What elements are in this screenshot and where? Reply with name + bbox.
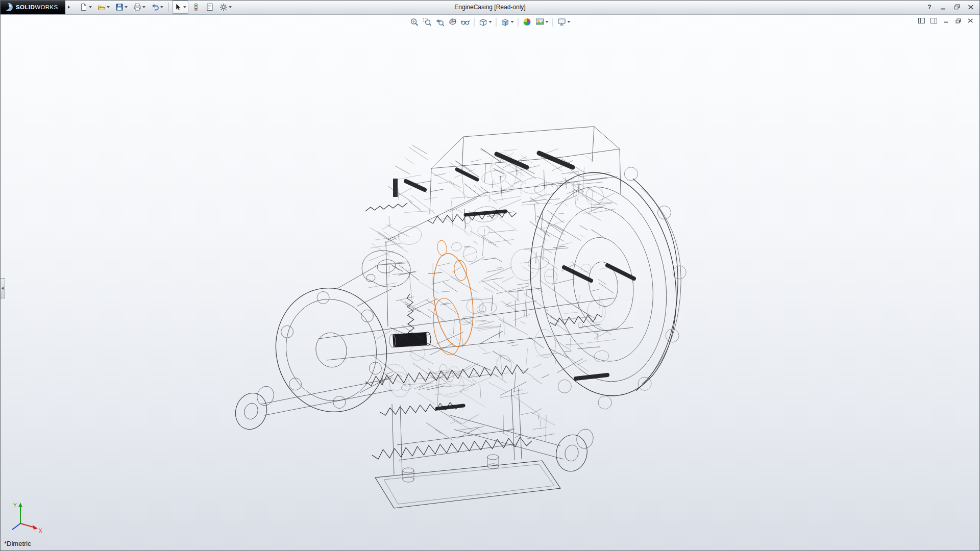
panel-flyout-tab[interactable] xyxy=(0,278,5,298)
graphics-area[interactable] xyxy=(1,14,979,550)
triad-x-label: X xyxy=(39,528,42,534)
restore-document-button[interactable] xyxy=(953,17,963,24)
restore-icon xyxy=(955,18,961,23)
chevron-down-icon xyxy=(89,6,92,8)
pane-right-icon xyxy=(930,18,937,23)
hide-show-items-button[interactable] xyxy=(460,16,471,28)
hide-show-items-glasses-icon xyxy=(461,17,470,27)
file-properties-button[interactable] xyxy=(204,1,216,14)
rebuild-button[interactable] xyxy=(190,1,202,14)
options-gear-icon xyxy=(219,3,228,11)
open-button[interactable] xyxy=(95,1,112,14)
display-style-button[interactable] xyxy=(500,16,515,28)
edit-appearance-sphere-icon xyxy=(523,17,532,27)
apply-scene-icon xyxy=(535,17,545,27)
heads-up-separator xyxy=(518,18,519,27)
main-toolbar xyxy=(78,1,234,14)
view-orientation-button[interactable] xyxy=(478,16,493,28)
heads-up-separator xyxy=(496,18,497,27)
pane-right-button[interactable] xyxy=(929,17,938,24)
close-icon xyxy=(968,5,974,10)
help-button[interactable]: ? xyxy=(924,3,935,11)
chevron-down-icon xyxy=(511,21,514,23)
file-properties-icon xyxy=(206,3,214,11)
restore-button[interactable] xyxy=(952,3,962,11)
zoom-to-fit-button[interactable] xyxy=(409,16,420,28)
minimize-document-button[interactable] xyxy=(941,17,950,24)
help-icon: ? xyxy=(927,4,931,11)
minimize-icon xyxy=(943,18,949,23)
restore-icon xyxy=(954,4,960,10)
minimize-icon xyxy=(940,5,946,10)
solidworks-swirl-icon xyxy=(4,3,13,12)
chevron-down-icon xyxy=(546,21,549,23)
chevron-down-icon xyxy=(183,6,186,8)
minimize-button[interactable] xyxy=(938,3,948,11)
triad-y-label: Y xyxy=(13,503,17,508)
print-button[interactable] xyxy=(131,1,148,14)
view-settings-button[interactable] xyxy=(556,16,572,28)
chevron-down-icon xyxy=(160,6,163,8)
print-icon xyxy=(133,3,141,11)
heads-up-separator xyxy=(474,18,475,27)
save-icon xyxy=(115,3,124,11)
close-icon xyxy=(968,18,973,23)
undo-button[interactable] xyxy=(149,1,165,14)
zoom-to-area-button[interactable] xyxy=(422,16,433,28)
pane-left-button[interactable] xyxy=(917,17,926,24)
new-document-icon xyxy=(80,3,88,11)
document-window-controls xyxy=(917,17,975,24)
select-cursor-icon xyxy=(174,3,182,11)
apply-scene-button[interactable] xyxy=(534,16,550,28)
chevron-down-icon xyxy=(229,6,232,8)
heads-up-view-toolbar xyxy=(409,16,572,28)
view-orientation-cube-icon xyxy=(479,17,488,27)
display-style-icon xyxy=(501,17,510,27)
chevron-left-icon xyxy=(2,287,4,290)
close-document-button[interactable] xyxy=(966,17,975,24)
edit-appearance-button[interactable] xyxy=(522,16,533,28)
app-name: SOLIDWORKS xyxy=(16,4,58,10)
pane-left-icon xyxy=(918,18,925,23)
section-view-button[interactable] xyxy=(447,16,458,28)
chevron-down-icon xyxy=(489,21,492,23)
select-button[interactable] xyxy=(172,1,188,14)
save-button[interactable] xyxy=(113,1,130,14)
chevron-down-icon xyxy=(107,6,110,8)
close-button[interactable] xyxy=(966,3,976,11)
zoom-to-fit-icon xyxy=(410,17,419,27)
new-document-button[interactable] xyxy=(78,1,94,14)
orientation-triad: Y X xyxy=(6,499,46,538)
options-button[interactable] xyxy=(217,1,234,14)
heads-up-separator xyxy=(553,18,553,27)
view-settings-icon xyxy=(557,17,567,27)
previous-view-button[interactable] xyxy=(434,16,446,28)
chevron-down-icon xyxy=(142,6,145,8)
open-icon xyxy=(97,3,106,11)
chevron-right-icon xyxy=(68,6,70,9)
chevron-down-icon xyxy=(568,21,571,23)
menu-flyout-arrow[interactable] xyxy=(65,2,72,13)
title-bar: SOLIDWORKS xyxy=(0,0,980,15)
chevron-down-icon xyxy=(125,6,128,8)
solidworks-logo: SOLIDWORKS xyxy=(0,0,65,14)
undo-icon xyxy=(151,3,159,11)
rebuild-traffic-light-icon xyxy=(192,3,200,11)
previous-view-icon xyxy=(435,17,445,27)
section-view-icon xyxy=(448,17,457,27)
window-controls: ? xyxy=(924,3,976,11)
window-title: EngineCasing [Read-only] xyxy=(454,0,525,14)
zoom-to-area-icon xyxy=(423,17,432,27)
view-orientation-label: *Dimetric xyxy=(4,540,31,547)
toolbar-separator xyxy=(168,3,169,12)
